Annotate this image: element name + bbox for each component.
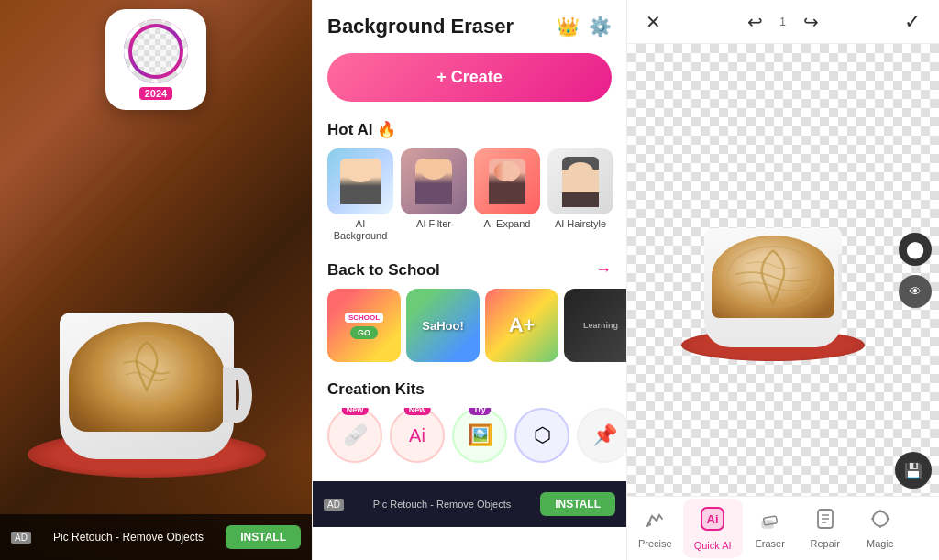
header-icons: 👑 ⚙️ <box>557 16 612 38</box>
nav-item-magic[interactable]: Magic <box>853 500 908 556</box>
ai-thumb-hairstyle <box>547 148 613 214</box>
right-panel: ✕ ↩ 1 ↪ ✓ <box>627 0 939 560</box>
crown-icon[interactable]: 👑 <box>557 16 580 38</box>
header-bar: Background Eraser 👑 ⚙️ <box>313 0 626 46</box>
nav-item-quickai[interactable]: Ai Quick AI <box>683 499 743 558</box>
ad-app-name-left: Pic Retouch - Remove Objects <box>53 531 204 544</box>
ai-label-hairstyle: AI Hairstyle <box>555 218 606 230</box>
undo-button[interactable]: ↩ <box>744 7 767 37</box>
hot-ai-title: Hot AI 🔥 <box>327 120 396 139</box>
kit-item-3[interactable]: Try 🖼️ <box>452 408 507 463</box>
left-panel: 2024 AD Pic Retouch - Remove Objects INS… <box>0 0 312 560</box>
nav-label-repair: Repair <box>810 538 839 549</box>
kits-strip: New 🩹 New Ai Try 🖼️ ⬡ 📌 <box>313 408 626 478</box>
settings-icon[interactable]: ⚙️ <box>589 16 612 38</box>
quickai-icon: Ai <box>700 506 725 537</box>
brush-size-tool[interactable]: ⬤ <box>899 233 932 266</box>
create-button[interactable]: + Create <box>327 53 612 102</box>
ad-app-name-mid: Pic Retouch - Remove Objects <box>373 499 511 510</box>
side-tools: ⬤ 👁 <box>899 233 932 308</box>
processed-image <box>672 159 874 361</box>
ad-label-left: AD <box>11 532 31 544</box>
nav-label-magic: Magic <box>867 538 893 549</box>
install-button-left[interactable]: INSTALL <box>226 525 301 549</box>
ai-item-hairstyle[interactable]: AI Hairstyle <box>547 148 613 242</box>
school-strip: SCHOOL GO SaHoo! A+ Learning <box>313 289 626 377</box>
ai-thumb-filter <box>401 148 467 214</box>
confirm-button[interactable]: ✓ <box>900 6 924 38</box>
nav-item-precise[interactable]: Precise <box>627 500 683 556</box>
hot-ai-section-header: Hot AI 🔥 <box>313 116 626 148</box>
latte-art-svg <box>716 240 830 313</box>
back-to-school-arrow[interactable]: → <box>595 260 612 280</box>
canvas-area[interactable]: ⬤ 👁 💾 <box>627 44 939 496</box>
eraser-icon <box>759 508 781 535</box>
kit-badge-3: Try <box>469 408 491 415</box>
svg-point-18 <box>873 511 888 526</box>
ai-label-expand: AI Expand <box>484 218 531 230</box>
app-title: Background Eraser <box>327 15 514 38</box>
creation-kits-header: Creation Kits <box>313 377 626 408</box>
undo-redo-group: ↩ 1 ↪ <box>744 7 823 37</box>
coffee-liquid <box>712 236 834 318</box>
visibility-tool[interactable]: 👁 <box>899 275 932 308</box>
nav-label-precise: Precise <box>638 538 672 549</box>
back-to-school-title: Back to School <box>327 261 440 280</box>
close-button[interactable]: ✕ <box>642 7 665 37</box>
school-item-3[interactable]: A+ <box>485 289 558 362</box>
repair-icon <box>814 508 836 535</box>
kit-item-4[interactable]: ⬡ <box>514 408 569 463</box>
kit-item-5[interactable]: 📌 <box>577 408 626 463</box>
svg-point-8 <box>647 522 651 526</box>
app-icon[interactable]: 2024 <box>105 9 206 110</box>
ai-thumb-expand <box>474 148 540 214</box>
ai-label-background: AIBackground <box>334 218 388 242</box>
app-icon-checker <box>124 19 188 83</box>
ai-item-filter[interactable]: AI Filter <box>401 148 467 242</box>
redo-button[interactable]: ↪ <box>800 7 823 37</box>
svg-text:Ai: Ai <box>707 512 719 526</box>
kit-badge-1: New <box>342 408 369 415</box>
kit-item-2[interactable]: New Ai <box>390 408 445 463</box>
back-to-school-header: Back to School → <box>313 257 626 289</box>
svg-point-6 <box>132 27 180 75</box>
cup-body <box>704 228 842 347</box>
app-year-badge: 2024 <box>139 87 172 100</box>
kit-item-1[interactable]: New 🩹 <box>327 408 382 463</box>
ai-thumb-background <box>327 148 393 214</box>
school-item-1[interactable]: SCHOOL GO <box>327 289 401 362</box>
precise-icon <box>644 508 666 535</box>
ad-label-mid: AD <box>324 499 344 511</box>
ad-banner-middle: AD Pic Retouch - Remove Objects INSTALL <box>313 481 626 527</box>
cup-handle <box>838 254 842 296</box>
top-toolbar: ✕ ↩ 1 ↪ ✓ <box>627 0 939 44</box>
history-number: 1 <box>774 16 792 28</box>
nav-item-eraser[interactable]: Eraser <box>743 500 798 556</box>
install-button-mid[interactable]: INSTALL <box>540 492 615 516</box>
ad-banner-left: AD Pic Retouch - Remove Objects INSTALL <box>0 514 312 560</box>
bottom-nav: Precise Ai Quick AI Eraser <box>627 496 939 560</box>
nav-label-quickai: Quick AI <box>694 540 732 551</box>
middle-panel: Background Eraser 👑 ⚙️ + Create Hot AI 🔥… <box>312 0 627 560</box>
save-fab-button[interactable]: 💾 <box>895 452 932 489</box>
hot-ai-grid: AIBackground AI Filter <box>313 148 626 257</box>
nav-label-eraser: Eraser <box>755 538 784 549</box>
creation-kits-title: Creation Kits <box>327 380 425 399</box>
kit-badge-2: New <box>404 408 431 415</box>
nav-item-repair[interactable]: Repair <box>798 500 853 556</box>
school-item-2[interactable]: SaHoo! <box>406 289 480 362</box>
magic-icon <box>869 508 891 535</box>
ai-item-background[interactable]: AIBackground <box>327 148 393 242</box>
ai-item-expand[interactable]: AI Expand <box>474 148 540 242</box>
ai-label-filter: AI Filter <box>416 218 451 230</box>
school-item-4[interactable]: Learning <box>564 289 626 362</box>
